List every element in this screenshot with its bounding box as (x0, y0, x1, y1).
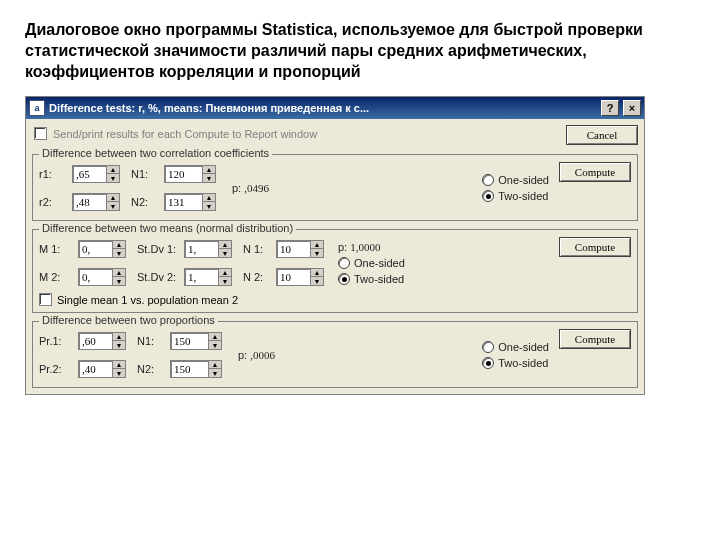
mn1-label: N 1: (243, 243, 271, 255)
group-proportions: Difference between two proportions Pr.1:… (32, 321, 638, 388)
sd1-label: St.Dv 1: (137, 243, 179, 255)
means-p-value: 1,0000 (350, 241, 380, 253)
window-title: Difference tests: r, %, means: Пневмония… (49, 102, 597, 114)
mn2-label: N 2: (243, 271, 271, 283)
pn2-input[interactable]: 150 (170, 360, 208, 378)
sd2-label: St.Dv 2: (137, 271, 179, 283)
app-icon: a (29, 100, 45, 116)
mn2-spinner[interactable]: ▲▼ (310, 268, 324, 286)
m2-input[interactable]: 0, (78, 268, 112, 286)
props-compute-button[interactable]: Compute (559, 329, 631, 349)
pr2-spinner[interactable]: ▲▼ (112, 360, 126, 378)
group-means-title: Difference between two means (normal dis… (39, 222, 296, 234)
means-compute-button[interactable]: Compute (559, 237, 631, 257)
pn2-label: N2: (137, 363, 165, 375)
mn1-spinner[interactable]: ▲▼ (310, 240, 324, 258)
pr2-input[interactable]: ,40 (78, 360, 112, 378)
sd1-spinner[interactable]: ▲▼ (218, 240, 232, 258)
sd1-input[interactable]: 1, (184, 240, 218, 258)
means-two-sided-radio[interactable]: Two-sided (338, 273, 405, 285)
corr-p-value: ,0496 (244, 182, 269, 194)
n2-spinner[interactable]: ▲▼ (202, 193, 216, 211)
pn1-input[interactable]: 150 (170, 332, 208, 350)
props-p-value: ,0006 (250, 349, 275, 361)
group-proportions-title: Difference between two proportions (39, 314, 218, 326)
n1-spinner[interactable]: ▲▼ (202, 165, 216, 183)
corr-one-sided-label: One-sided (498, 174, 549, 186)
cancel-button[interactable]: Cancel (566, 125, 638, 145)
r1-label: r1: (39, 168, 67, 180)
props-two-sided-radio[interactable]: Two-sided (482, 357, 549, 369)
pr1-spinner[interactable]: ▲▼ (112, 332, 126, 350)
corr-p-label: p: (232, 182, 241, 194)
means-p-label: p: (338, 241, 347, 253)
mn2-input[interactable]: 10 (276, 268, 310, 286)
m1-spinner[interactable]: ▲▼ (112, 240, 126, 258)
corr-one-sided-radio[interactable]: One-sided (482, 174, 549, 186)
props-one-sided-radio[interactable]: One-sided (482, 341, 549, 353)
group-correlations-title: Difference between two correlation coeff… (39, 147, 272, 159)
help-button[interactable]: ? (601, 100, 619, 116)
n1-input[interactable]: 120 (164, 165, 202, 183)
r1-spinner[interactable]: ▲▼ (106, 165, 120, 183)
sd2-input[interactable]: 1, (184, 268, 218, 286)
corr-two-sided-radio[interactable]: Two-sided (482, 190, 549, 202)
m1-input[interactable]: 0, (78, 240, 112, 258)
r2-spinner[interactable]: ▲▼ (106, 193, 120, 211)
send-print-checkbox[interactable] (34, 127, 47, 140)
pn1-spinner[interactable]: ▲▼ (208, 332, 222, 350)
titlebar: a Difference tests: r, %, means: Пневмон… (26, 97, 644, 119)
props-p-label: p: (238, 349, 247, 361)
dialog-window: a Difference tests: r, %, means: Пневмон… (25, 96, 645, 395)
means-one-sided-label: One-sided (354, 257, 405, 269)
close-button[interactable]: × (623, 100, 641, 116)
n1-label: N1: (131, 168, 159, 180)
corr-two-sided-label: Two-sided (498, 190, 548, 202)
means-one-sided-radio[interactable]: One-sided (338, 257, 405, 269)
m2-spinner[interactable]: ▲▼ (112, 268, 126, 286)
m2-label: M 2: (39, 271, 73, 283)
r2-input[interactable]: ,48 (72, 193, 106, 211)
pr1-input[interactable]: ,60 (78, 332, 112, 350)
sd2-spinner[interactable]: ▲▼ (218, 268, 232, 286)
pn2-spinner[interactable]: ▲▼ (208, 360, 222, 378)
r1-input[interactable]: ,65 (72, 165, 106, 183)
props-one-sided-label: One-sided (498, 341, 549, 353)
page-title: Диалоговое окно программы Statistica, ис… (25, 20, 645, 82)
mn1-input[interactable]: 10 (276, 240, 310, 258)
pr1-label: Pr.1: (39, 335, 73, 347)
m1-label: M 1: (39, 243, 73, 255)
send-print-label: Send/print results for each Compute to R… (53, 128, 317, 140)
n2-input[interactable]: 131 (164, 193, 202, 211)
single-mean-checkbox[interactable] (39, 293, 52, 306)
n2-label: N2: (131, 196, 159, 208)
r2-label: r2: (39, 196, 67, 208)
props-two-sided-label: Two-sided (498, 357, 548, 369)
pr2-label: Pr.2: (39, 363, 73, 375)
single-mean-label: Single mean 1 vs. population mean 2 (57, 294, 238, 306)
means-two-sided-label: Two-sided (354, 273, 404, 285)
group-means: Difference between two means (normal dis… (32, 229, 638, 313)
pn1-label: N1: (137, 335, 165, 347)
group-correlations: Difference between two correlation coeff… (32, 154, 638, 221)
corr-compute-button[interactable]: Compute (559, 162, 631, 182)
